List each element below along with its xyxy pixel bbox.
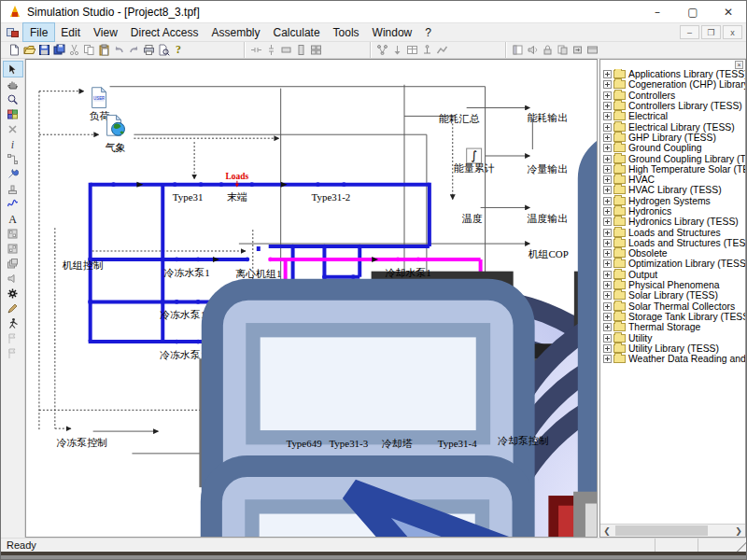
panel-close-icon[interactable]: × [735,61,743,69]
redo-icon[interactable] [126,43,141,57]
library-item[interactable]: HVAC [603,175,745,185]
expand-plus-icon[interactable] [603,80,612,89]
view-export-icon[interactable] [570,43,585,57]
resize-grip[interactable] [735,539,746,552]
color-map-tool-button[interactable] [4,106,22,121]
library-item[interactable]: Thermal Storage [603,322,745,332]
library-item[interactable]: Controllers Library (TESS) [603,101,745,111]
menu-item[interactable]: ? [418,23,438,41]
library-item[interactable]: Loads and Structures (TESS) [603,238,745,248]
expand-plus-icon[interactable] [603,334,612,343]
view-audio-icon[interactable] [525,43,540,57]
save-all-button[interactable] [51,43,66,57]
library-item[interactable]: Hydronics Library (TESS) [603,217,745,227]
expand-plus-icon[interactable] [603,271,612,279]
fit-vertical-icon[interactable] [263,43,278,57]
mdi-close-button[interactable]: x [723,25,742,39]
library-item[interactable]: Controllers [603,91,745,101]
library-item[interactable]: Output [603,270,745,280]
print-button[interactable] [141,43,156,57]
open-button[interactable] [21,43,36,57]
menu-item[interactable]: Tools [327,23,366,41]
minimize-button[interactable]: – [640,1,675,22]
menu-item[interactable]: Calculate [267,23,327,41]
text-tool-button[interactable]: A [4,211,22,226]
library-item[interactable]: Ground Coupling Library (TESS) [603,153,745,163]
close-button[interactable]: ✕ [711,1,746,22]
library-item[interactable]: Obsolete [603,248,745,259]
size-icon[interactable] [278,43,293,57]
library-item[interactable]: Utility Library (TESS) [603,343,745,354]
expand-plus-icon[interactable] [603,112,612,120]
expand-plus-icon[interactable] [603,313,612,321]
component-energy-integrator[interactable]: ∫ 能量累计 [454,148,495,174]
maximize-button[interactable]: ▢ [675,1,711,22]
library-item[interactable]: Weather Data Reading and Process [603,354,745,364]
flag-a-button[interactable] [4,330,22,345]
expand-plus-icon[interactable] [603,249,612,258]
menu-item[interactable]: Direct Access [124,23,205,41]
expand-plus-icon[interactable] [603,207,612,216]
mdi-minimize-button[interactable]: – [680,25,699,39]
info-tool-button[interactable]: i [4,136,22,151]
paste-icon[interactable] [96,43,111,57]
expand-plus-icon[interactable] [603,165,612,174]
expand-plus-icon[interactable] [603,197,612,205]
parameter-wrench-tool-button[interactable] [4,166,22,181]
table-icon[interactable] [404,43,419,57]
help-button[interactable]: ? [171,43,186,57]
draw-pen-tool-button[interactable] [4,301,22,315]
new-button[interactable] [7,43,21,57]
expand-plus-icon[interactable] [603,229,612,237]
component-weather-data[interactable]: 气象 [106,115,126,153]
layers-tool-button[interactable] [4,256,22,271]
library-item[interactable]: Electrical Library (TESS) [603,121,745,132]
settings-gear-button[interactable] [4,286,22,301]
expand-plus-icon[interactable] [603,259,612,268]
expand-plus-icon[interactable] [603,102,612,110]
menu-item[interactable]: Window [366,23,419,41]
library-item[interactable]: Cogeneration (CHP) Library (TESS) [603,79,745,90]
pan-hand-tool-button[interactable] [4,77,22,91]
expand-plus-icon[interactable] [603,175,612,184]
copy-icon[interactable] [81,43,96,57]
zoom-tool-button[interactable] [4,91,22,106]
link-mode-icon[interactable] [374,43,389,57]
expand-plus-icon[interactable] [603,186,612,194]
fit-horizontal-icon[interactable] [248,43,263,57]
tile-grid-icon[interactable] [308,43,323,57]
view-lock-icon[interactable] [540,43,555,57]
expand-plus-icon[interactable] [603,323,612,331]
library-item[interactable]: Hydronics [603,206,745,217]
delete-tool-button[interactable] [4,121,22,136]
library-item[interactable]: Solar Thermal Collectors [603,301,745,312]
scroll-left-icon[interactable]: ❮ [600,525,613,537]
expand-plus-icon[interactable] [603,355,612,363]
print-preview-button[interactable] [156,43,171,57]
library-hscrollbar[interactable]: ❮ ❯ [600,524,745,537]
sort-icon[interactable] [389,43,404,57]
output-device-tool-button[interactable] [4,271,22,286]
library-item[interactable]: Loads and Structures [603,227,745,237]
menu-item[interactable]: File [23,23,54,41]
library-item[interactable]: Applications Library (TESS) [603,69,745,79]
library-item[interactable]: High Temperature Solar (TESS) [603,164,745,175]
trace-icon[interactable] [434,43,449,57]
view-report-icon[interactable] [555,43,570,57]
undo-icon[interactable] [111,43,126,57]
library-item[interactable]: HVAC Library (TESS) [603,185,745,195]
expand-plus-icon[interactable] [603,155,612,163]
tile-vertical-icon[interactable] [293,43,308,57]
expand-plus-icon[interactable] [603,302,612,311]
library-item[interactable]: Physical Phenomena [603,280,745,290]
schematic-canvas[interactable]: USER 负荷 气象 Type31 [25,59,598,538]
expand-plus-icon[interactable] [603,344,612,353]
view-layout-icon[interactable] [510,43,525,57]
cut-icon[interactable] [66,43,81,57]
expand-plus-icon[interactable] [603,291,612,300]
view-card-icon[interactable] [585,43,599,57]
menu-item[interactable]: Assembly [205,23,267,41]
macro-grid-b-button[interactable] [4,241,22,256]
expand-plus-icon[interactable] [603,70,612,78]
library-item[interactable]: Ground Coupling [603,143,745,153]
